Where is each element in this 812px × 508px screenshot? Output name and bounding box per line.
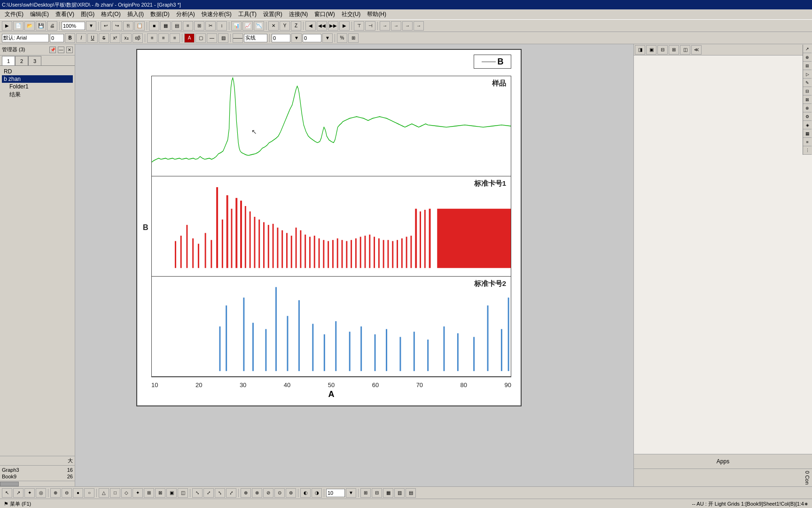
btm-btn25[interactable]: ⊚ bbox=[286, 488, 296, 498]
tb-b3[interactable]: ▤ bbox=[172, 21, 182, 31]
tb-arr3[interactable]: → bbox=[402, 21, 413, 31]
side-icon-2[interactable]: ⊕ bbox=[803, 53, 812, 62]
tb-b2[interactable]: ▦ bbox=[160, 21, 171, 31]
side-icon-12[interactable]: ≡ bbox=[803, 138, 812, 146]
underline-btn[interactable]: U bbox=[87, 33, 98, 43]
zoom-bottom[interactable] bbox=[326, 489, 345, 497]
side-icon-10[interactable]: ◈ bbox=[803, 121, 812, 129]
menu-settings[interactable]: 设置(R) bbox=[260, 9, 285, 19]
tb-v[interactable]: ⊣ bbox=[365, 21, 375, 31]
toolbar-btn-3[interactable]: 📂 bbox=[24, 21, 35, 31]
btm-btn21[interactable]: ⊕ bbox=[241, 488, 251, 498]
menu-graph[interactable]: 图(G) bbox=[78, 9, 97, 19]
btm-btn16[interactable]: ◫ bbox=[178, 488, 188, 498]
menu-analysis[interactable]: 分析(A) bbox=[173, 9, 198, 19]
btm-btn32[interactable]: ▤ bbox=[406, 488, 416, 498]
tb-b6[interactable]: ✂ bbox=[205, 21, 216, 31]
btm-btn26[interactable]: ◐ bbox=[300, 488, 311, 498]
btm-btn24[interactable]: ⊙ bbox=[274, 488, 285, 498]
val1-dropdown[interactable]: ▼ bbox=[291, 33, 302, 43]
menu-quickanalysis[interactable]: 快速分析(S) bbox=[199, 9, 234, 19]
line-color[interactable]: — bbox=[207, 33, 217, 43]
apps-label[interactable]: Apps bbox=[634, 454, 812, 468]
menu-window[interactable]: 窗口(W) bbox=[312, 9, 337, 19]
btm-btn29[interactable]: ⊟ bbox=[372, 488, 382, 498]
side-icon-4[interactable]: ▷ bbox=[803, 70, 812, 79]
tree-item-result[interactable]: 结果 bbox=[2, 90, 73, 99]
menu-data[interactable]: 数据(D) bbox=[148, 9, 172, 19]
line-style-btn[interactable]: —— bbox=[233, 33, 243, 43]
panel-minimize[interactable]: — bbox=[58, 47, 64, 53]
zoom-input[interactable] bbox=[62, 22, 85, 30]
bold-btn[interactable]: B bbox=[65, 33, 75, 43]
tb-nav3[interactable]: ▶▶ bbox=[328, 21, 338, 31]
side-icon-9[interactable]: ⚙ bbox=[803, 112, 812, 121]
btm-btn2[interactable]: ↗ bbox=[13, 488, 23, 498]
menu-format[interactable]: 格式(O) bbox=[98, 9, 123, 19]
side-icon-13[interactable]: ⋮ bbox=[803, 146, 812, 155]
align-left[interactable]: ≡ bbox=[147, 33, 157, 43]
fill-color[interactable]: ▢ bbox=[195, 33, 206, 43]
grid-btn[interactable]: ⊞ bbox=[348, 33, 359, 43]
page-tab-1[interactable]: 1 bbox=[2, 56, 15, 65]
tb-nav4[interactable]: ▶ bbox=[339, 21, 350, 31]
side-icon-8[interactable]: ⊗ bbox=[803, 104, 812, 112]
menu-insert[interactable]: 插入(I) bbox=[125, 9, 147, 19]
toolbar-btn-2[interactable]: 📄 bbox=[13, 21, 23, 31]
menu-tools[interactable]: 工具(T) bbox=[235, 9, 259, 19]
btm-btn22[interactable]: ⊗ bbox=[252, 488, 262, 498]
tb-arr1[interactable]: → bbox=[380, 21, 390, 31]
toolbar-paste[interactable]: 📋 bbox=[134, 21, 145, 31]
tree-item-bzhan[interactable]: b zhan bbox=[2, 75, 73, 83]
toolbar-btn-1[interactable]: ▶ bbox=[2, 21, 12, 31]
btm-btn15[interactable]: ▣ bbox=[166, 488, 177, 498]
rt-btn3[interactable]: ⊟ bbox=[657, 45, 668, 55]
btm-btn30[interactable]: ▦ bbox=[383, 488, 393, 498]
btm-btn13[interactable]: ⊞ bbox=[144, 488, 154, 498]
side-icon-3[interactable]: ⊞ bbox=[803, 62, 812, 70]
btm-btn19[interactable]: ⤣ bbox=[215, 488, 225, 498]
btm-btn1[interactable]: ↖ bbox=[2, 488, 12, 498]
side-icon-5[interactable]: ✎ bbox=[803, 79, 812, 87]
btm-btn11[interactable]: ◇ bbox=[121, 488, 132, 498]
side-icon-11[interactable]: ▦ bbox=[803, 129, 812, 138]
menu-help[interactable]: 帮助(H) bbox=[364, 9, 389, 19]
tb-b5[interactable]: ⊞ bbox=[194, 21, 204, 31]
val1-input[interactable] bbox=[272, 34, 290, 42]
italic-btn[interactable]: I bbox=[76, 33, 86, 43]
tree-item-rd[interactable]: RD bbox=[2, 68, 73, 75]
btm-btn23[interactable]: ⊘ bbox=[263, 488, 273, 498]
side-icon-6[interactable]: ⊟ bbox=[803, 87, 812, 95]
zoom-dropdown[interactable]: ▼ bbox=[86, 21, 96, 31]
pattern-btn[interactable]: ▨ bbox=[218, 33, 228, 43]
menu-edit[interactable]: 编辑(E) bbox=[27, 9, 52, 19]
tb-y[interactable]: Y bbox=[280, 21, 290, 31]
tb-z[interactable]: Z bbox=[291, 21, 301, 31]
val2-dropdown[interactable]: ▼ bbox=[322, 33, 333, 43]
line-style-input[interactable] bbox=[244, 34, 267, 42]
pct-btn[interactable]: % bbox=[337, 33, 347, 43]
panel-close[interactable]: ✕ bbox=[66, 47, 73, 53]
btm-btn7[interactable]: ● bbox=[73, 488, 83, 498]
btm-btn4[interactable]: ◎ bbox=[36, 488, 46, 498]
menu-social[interactable]: 社交(U) bbox=[339, 9, 364, 19]
rt-expand[interactable]: ≪ bbox=[691, 45, 702, 55]
tb-graph3[interactable]: 📉 bbox=[254, 21, 264, 31]
rt-btn1[interactable]: ◨ bbox=[635, 45, 645, 55]
tb-arr4[interactable]: → bbox=[414, 21, 424, 31]
tb-nav1[interactable]: ◀ bbox=[305, 21, 316, 31]
btm-btn12[interactable]: ✦ bbox=[133, 488, 143, 498]
btm-btn3[interactable]: ✦ bbox=[24, 488, 35, 498]
menu-file[interactable]: 文件(E) bbox=[2, 9, 26, 19]
tb-b4[interactable]: ≡ bbox=[183, 21, 193, 31]
font-selector[interactable] bbox=[2, 34, 49, 42]
page-tab-2[interactable]: 2 bbox=[15, 56, 28, 65]
toolbar-undo[interactable]: ↩ bbox=[101, 21, 111, 31]
font-size[interactable] bbox=[50, 34, 64, 42]
tb-graph1[interactable]: 📊 bbox=[231, 21, 242, 31]
btm-btn20[interactable]: ⤤ bbox=[226, 488, 236, 498]
toolbar-copy[interactable]: ⎘ bbox=[123, 21, 133, 31]
zoom-bottom-dropdown[interactable]: ▼ bbox=[346, 488, 356, 498]
tb-b1[interactable]: ■ bbox=[149, 21, 159, 31]
btm-btn17[interactable]: ⤡ bbox=[192, 488, 203, 498]
